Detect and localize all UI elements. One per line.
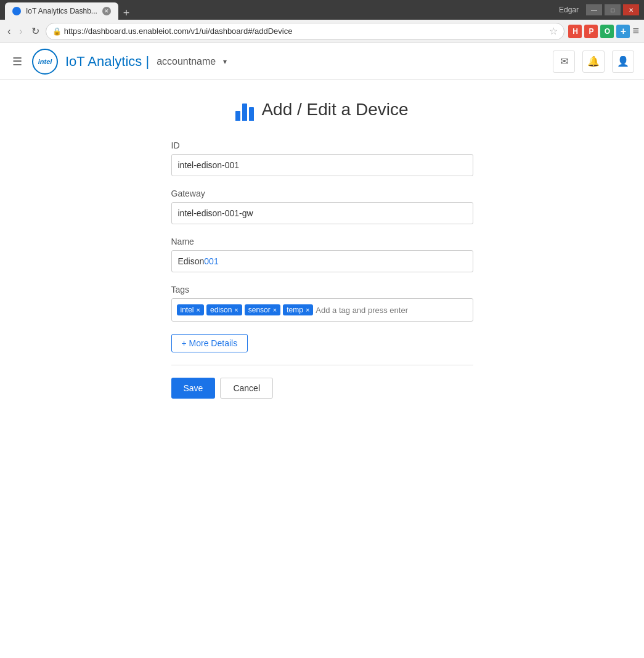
tags-field-group: Tags intel × edison × sensor × temp × xyxy=(171,285,473,322)
tab-label: IoT Analytics Dashb... xyxy=(26,7,97,15)
tag-sensor[interactable]: sensor × xyxy=(245,304,280,315)
bell-icon: 🔔 xyxy=(587,55,600,67)
name-label: Name xyxy=(171,237,473,246)
extension-icons: H P O + ≡ xyxy=(568,25,639,38)
main-content: Add / Edit a Device ID Gateway Name Edis… xyxy=(76,80,569,417)
more-details-label: + More Details xyxy=(182,338,238,348)
titlebar-controls: Edgar — □ ✕ xyxy=(559,4,639,15)
gateway-field-group: Gateway xyxy=(171,189,473,224)
app-header: ☰ intel IoT Analytics | accountname ▾ ✉ … xyxy=(0,43,644,80)
reload-button[interactable]: ↻ xyxy=(29,24,42,38)
tag-intel-label: intel xyxy=(181,306,194,314)
forward-button[interactable]: › xyxy=(17,25,25,38)
mail-icon: ✉ xyxy=(560,55,568,67)
form-section: ID Gateway Name Edison 001 Tags intel × xyxy=(171,140,473,399)
page-title: Add / Edit a Device xyxy=(261,100,408,120)
name-plain-text: Edison xyxy=(178,256,205,266)
page-header: Add / Edit a Device xyxy=(88,99,556,121)
cancel-button[interactable]: Cancel xyxy=(220,378,273,399)
gateway-label: Gateway xyxy=(171,189,473,198)
notifications-button[interactable]: 🔔 xyxy=(582,51,605,73)
form-divider xyxy=(171,365,473,365)
id-label: ID xyxy=(171,140,473,150)
tag-edison[interactable]: edison × xyxy=(206,304,242,315)
tab-close-btn[interactable]: ✕ xyxy=(102,7,111,15)
ext-h-icon[interactable]: H xyxy=(568,25,582,38)
maximize-button[interactable]: □ xyxy=(605,4,621,15)
address-bar[interactable] xyxy=(64,26,550,36)
titlebar-username: Edgar xyxy=(559,6,579,14)
lock-icon: 🔒 xyxy=(52,27,62,36)
chart-bar-2 xyxy=(242,104,247,121)
tag-sensor-label: sensor xyxy=(248,306,271,314)
account-dropdown-icon[interactable]: ▾ xyxy=(223,57,227,66)
account-name[interactable]: accountname xyxy=(157,56,216,67)
gateway-input[interactable] xyxy=(171,202,473,224)
app-title: IoT Analytics | xyxy=(65,54,149,70)
action-buttons: Save Cancel xyxy=(171,378,473,399)
minimize-button[interactable]: — xyxy=(586,4,602,15)
tag-edison-remove[interactable]: × xyxy=(234,307,238,314)
browser-menu-icon[interactable]: ≡ xyxy=(632,25,639,38)
new-tab-button[interactable]: + xyxy=(118,7,135,20)
tag-sensor-remove[interactable]: × xyxy=(273,307,277,314)
svg-point-0 xyxy=(14,8,20,14)
tag-temp[interactable]: temp × xyxy=(283,304,313,315)
hamburger-menu-button[interactable]: ☰ xyxy=(10,52,25,71)
chart-icon xyxy=(235,99,254,121)
save-button[interactable]: Save xyxy=(171,378,216,399)
ext-plus-icon[interactable]: + xyxy=(616,25,630,38)
chart-bar-1 xyxy=(235,111,240,121)
intel-logo: intel xyxy=(32,49,58,75)
name-field-group: Name Edison 001 xyxy=(171,237,473,272)
back-button[interactable]: ‹ xyxy=(5,25,13,38)
more-details-button[interactable]: + More Details xyxy=(171,334,248,352)
chart-bar-3 xyxy=(249,107,254,121)
close-button[interactable]: ✕ xyxy=(623,4,639,15)
id-field-group: ID xyxy=(171,140,473,176)
tab-favicon xyxy=(12,7,21,15)
tags-text-input[interactable] xyxy=(316,306,467,315)
tag-intel[interactable]: intel × xyxy=(177,304,204,315)
tag-temp-remove[interactable]: × xyxy=(306,307,309,314)
name-display-field: Edison 001 xyxy=(171,250,473,272)
browser-titlebar: IoT Analytics Dashb... ✕ + Edgar — □ ✕ xyxy=(0,0,644,20)
tag-intel-remove[interactable]: × xyxy=(197,307,200,314)
tab-area: IoT Analytics Dashb... ✕ + xyxy=(5,0,134,20)
tags-label: Tags xyxy=(171,285,473,294)
bookmark-icon[interactable]: ☆ xyxy=(549,25,558,37)
ext-p-icon[interactable]: P xyxy=(584,25,598,38)
tags-input-wrap[interactable]: intel × edison × sensor × temp × xyxy=(171,298,473,322)
address-bar-wrap: 🔒 ☆ xyxy=(46,23,565,40)
user-profile-button[interactable]: 👤 xyxy=(612,51,634,73)
mail-button[interactable]: ✉ xyxy=(553,51,575,73)
tag-temp-label: temp xyxy=(287,306,303,314)
user-icon: 👤 xyxy=(617,55,629,67)
ext-o-icon[interactable]: O xyxy=(600,25,614,38)
name-highlight-text: 001 xyxy=(204,256,218,266)
tag-edison-label: edison xyxy=(210,306,232,314)
browser-navbar: ‹ › ↻ 🔒 ☆ H P O + ≡ xyxy=(0,20,644,43)
id-input[interactable] xyxy=(171,154,473,176)
active-tab[interactable]: IoT Analytics Dashb... ✕ xyxy=(5,2,118,20)
